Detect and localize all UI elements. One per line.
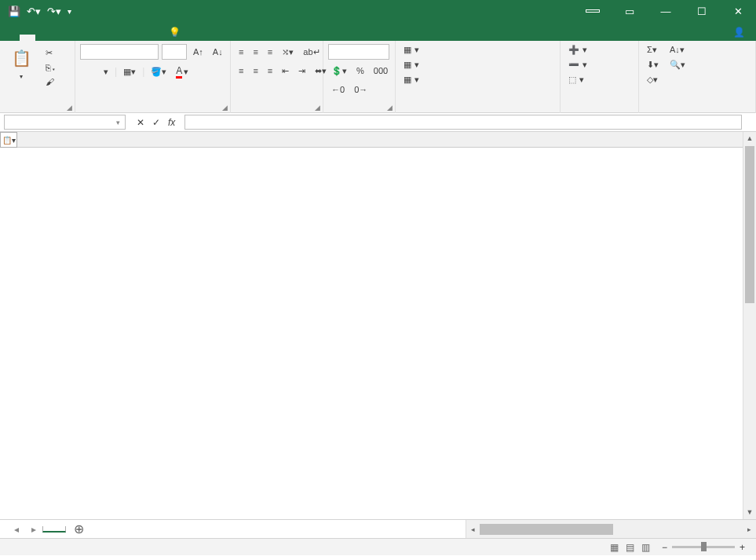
- new-sheet-icon[interactable]: ⊕: [66, 522, 92, 536]
- cell-styles-button[interactable]: ▦ ▾: [400, 73, 555, 86]
- scrollbar-thumb[interactable]: [745, 146, 754, 303]
- number-format-select[interactable]: [328, 44, 389, 60]
- sheet-nav-prev-icon[interactable]: ◂: [8, 524, 25, 535]
- italic-button[interactable]: [89, 70, 96, 73]
- cut-icon[interactable]: ✂: [42, 46, 60, 60]
- ribbon-tabs: 💡 👤: [0, 22, 756, 41]
- close-icon[interactable]: ✕: [720, 0, 756, 22]
- horizontal-scrollbar[interactable]: ◂ ▸: [466, 520, 756, 538]
- scrollbar-thumb[interactable]: [480, 524, 613, 535]
- decrease-decimal-icon[interactable]: 0→: [351, 83, 371, 96]
- ribbon-display-icon[interactable]: ▭: [612, 0, 648, 22]
- paste-options-icon[interactable]: 📋▾: [0, 132, 17, 148]
- page-break-view-icon[interactable]: ▥: [638, 542, 654, 553]
- save-icon[interactable]: 💾: [8, 5, 20, 17]
- borders-icon[interactable]: ▦▾: [120, 65, 139, 79]
- autosum-icon[interactable]: Σ▾: [644, 43, 662, 57]
- dialog-launcher-icon[interactable]: ◢: [387, 104, 393, 112]
- fill-icon[interactable]: ⬇▾: [644, 58, 662, 71]
- increase-indent-icon[interactable]: ⇥: [295, 64, 309, 78]
- group-label: [231, 100, 323, 112]
- clear-icon[interactable]: ◇▾: [644, 73, 662, 86]
- scroll-right-icon[interactable]: ▸: [743, 525, 756, 533]
- tab-review[interactable]: [98, 35, 114, 41]
- zoom-in-icon[interactable]: +: [740, 542, 745, 553]
- zoom-slider[interactable]: [672, 546, 735, 548]
- signin-button[interactable]: [586, 9, 600, 13]
- fill-color-icon[interactable]: 🪣▾: [148, 65, 170, 79]
- find-select-icon[interactable]: 🔍▾: [667, 58, 688, 71]
- font-size-select[interactable]: [162, 44, 187, 60]
- sort-filter-icon[interactable]: A↓▾: [667, 43, 688, 57]
- increase-decimal-icon[interactable]: ←0: [328, 83, 348, 96]
- tab-data[interactable]: [82, 35, 98, 41]
- scroll-left-icon[interactable]: ◂: [466, 525, 480, 533]
- comma-icon[interactable]: 000: [371, 64, 391, 77]
- dialog-launcher-icon[interactable]: ◢: [222, 104, 228, 112]
- dialog-launcher-icon[interactable]: ◢: [315, 104, 320, 112]
- paste-button[interactable]: 📋 ▾: [5, 43, 38, 88]
- group-label: [75, 100, 230, 112]
- font-name-select[interactable]: [80, 44, 159, 60]
- format-as-table-button[interactable]: ▦ ▾: [400, 58, 555, 71]
- redo-icon[interactable]: ↷▾: [47, 5, 61, 17]
- qat-customize-icon[interactable]: ▾: [68, 7, 71, 16]
- underline-button[interactable]: ▾: [99, 65, 111, 79]
- fx-icon[interactable]: fx: [168, 117, 175, 128]
- group-label: [323, 100, 395, 112]
- zoom-out-icon[interactable]: −: [662, 542, 667, 553]
- align-left-icon[interactable]: ≡: [236, 64, 247, 77]
- format-painter-icon[interactable]: 🖌: [42, 75, 60, 88]
- align-right-icon[interactable]: ≡: [265, 64, 276, 77]
- tab-view[interactable]: [114, 35, 130, 41]
- align-top-icon[interactable]: ≡: [236, 46, 247, 58]
- vertical-scrollbar[interactable]: ▲ ▼: [743, 132, 756, 519]
- font-color-icon[interactable]: A▾: [173, 64, 192, 80]
- sheet-tab[interactable]: [42, 526, 66, 533]
- align-center-icon[interactable]: ≡: [250, 64, 261, 77]
- minimize-icon[interactable]: —: [648, 0, 684, 22]
- group-label: [0, 100, 75, 112]
- lightbulb-icon: 💡: [169, 27, 181, 38]
- insert-cells-button[interactable]: ➕ ▾: [565, 43, 634, 57]
- align-bottom-icon[interactable]: ≡: [265, 46, 276, 58]
- tellme-button[interactable]: 💡: [161, 24, 192, 41]
- align-middle-icon[interactable]: ≡: [250, 46, 261, 58]
- tab-insert[interactable]: [35, 35, 51, 41]
- format-cells-button[interactable]: ⬚ ▾: [565, 73, 634, 86]
- sheet-nav-next-icon[interactable]: ▸: [25, 524, 42, 535]
- scroll-down-icon[interactable]: ▼: [743, 506, 756, 519]
- bold-button[interactable]: [80, 70, 86, 73]
- ribbon: 📋 ▾ ✂ ⎘▾ 🖌 ◢ A↑ A↓ ▾: [0, 41, 756, 113]
- wrap-text-icon[interactable]: ab↵: [300, 46, 323, 59]
- status-bar: ▦ ▤ ▥ − +: [0, 538, 756, 555]
- title-bar: 💾 ↶▾ ↷▾ ▾ ▭ — ☐ ✕: [0, 0, 756, 22]
- percent-icon[interactable]: %: [353, 64, 367, 77]
- delete-cells-button[interactable]: ➖ ▾: [565, 58, 634, 71]
- accept-formula-icon[interactable]: ✓: [152, 117, 160, 128]
- tab-developer[interactable]: [130, 35, 145, 41]
- maximize-icon[interactable]: ☐: [684, 0, 720, 22]
- tab-pagelayout[interactable]: [51, 35, 67, 41]
- page-layout-view-icon[interactable]: ▤: [623, 542, 638, 553]
- conditional-formatting-button[interactable]: ▦ ▾: [400, 43, 555, 57]
- increase-font-icon[interactable]: A↑: [190, 46, 206, 58]
- currency-icon[interactable]: 💲▾: [328, 64, 350, 78]
- undo-icon[interactable]: ↶▾: [27, 5, 41, 17]
- decrease-indent-icon[interactable]: ⇤: [279, 64, 292, 78]
- decrease-font-icon[interactable]: A↓: [210, 46, 226, 58]
- tab-help[interactable]: [145, 35, 161, 41]
- normal-view-icon[interactable]: ▦: [607, 542, 623, 553]
- scroll-up-icon[interactable]: ▲: [743, 132, 756, 145]
- tab-formulas[interactable]: [67, 35, 82, 41]
- tab-home[interactable]: [20, 35, 35, 41]
- name-box[interactable]: ▾: [4, 115, 126, 130]
- orientation-icon[interactable]: ⤭▾: [279, 46, 297, 59]
- copy-icon[interactable]: ⎘▾: [42, 61, 60, 74]
- formula-input[interactable]: [184, 115, 742, 130]
- dialog-launcher-icon[interactable]: ◢: [67, 104, 72, 112]
- cancel-formula-icon[interactable]: ✕: [137, 117, 144, 128]
- sheet-tab-bar: ◂ ▸ ⊕ ◂ ▸: [0, 519, 756, 538]
- tab-file[interactable]: [4, 35, 20, 41]
- share-button[interactable]: 👤: [725, 24, 756, 41]
